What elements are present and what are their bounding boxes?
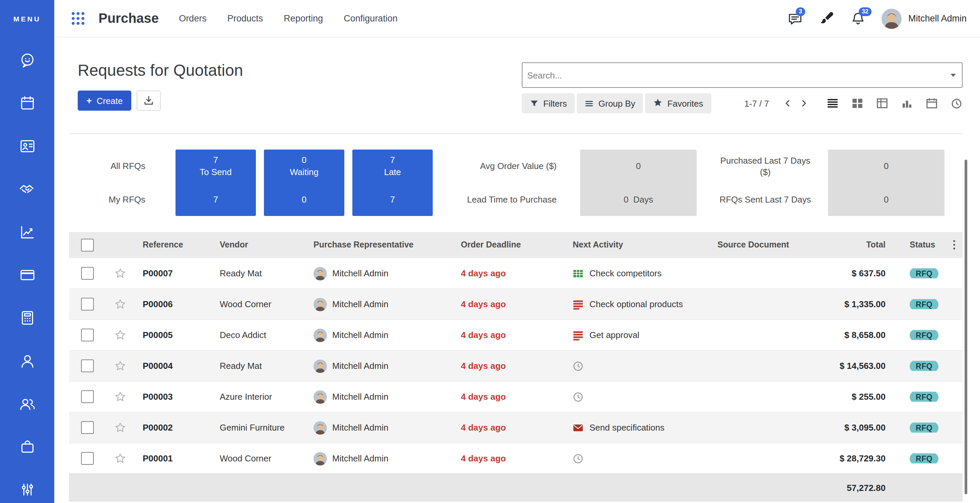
contacts-icon[interactable]	[18, 137, 36, 155]
sales-chart-icon[interactable]	[18, 224, 36, 241]
status-badge: RFQ	[910, 392, 939, 402]
view-kanban-icon[interactable]	[851, 97, 864, 109]
avatar	[313, 267, 327, 280]
notifications-badge: 32	[859, 7, 872, 16]
favorite-star-icon[interactable]	[106, 299, 134, 310]
tile-to-send[interactable]: 7 To Send 7	[175, 150, 256, 216]
favorites-button[interactable]: Favorites	[645, 93, 711, 113]
tile-late[interactable]: 7 Late 7	[352, 150, 433, 216]
row-checkbox[interactable]	[81, 359, 94, 372]
user-menu[interactable]: Mitchell Admin	[881, 8, 967, 29]
purchase-representative: Mitchell Admin	[305, 267, 452, 280]
messages-icon[interactable]: 3	[787, 10, 803, 27]
row-checkbox[interactable]	[81, 329, 94, 342]
table-row[interactable]: P00007 Ready Mat Mitchell Admin 4 days a…	[69, 257, 963, 288]
table-row[interactable]: P00004 Ready Mat Mitchell Admin 4 days a…	[69, 350, 963, 381]
group-by-button[interactable]: Group By	[577, 93, 643, 113]
column-next-activity[interactable]: Next Activity	[564, 240, 709, 249]
calculator-icon[interactable]	[18, 309, 36, 327]
next-activity[interactable]: Check optional products	[564, 299, 709, 310]
view-graph-icon[interactable]	[901, 97, 913, 109]
column-status[interactable]: Status	[902, 240, 946, 249]
control-panel-divider	[69, 134, 963, 134]
export-button[interactable]	[137, 91, 161, 111]
search-caret-icon[interactable]	[951, 73, 956, 77]
nav-configuration[interactable]: Configuration	[344, 13, 398, 24]
handshake-icon[interactable]	[18, 180, 36, 198]
view-calendar-icon[interactable]	[926, 97, 938, 109]
next-activity[interactable]	[564, 453, 709, 464]
clock-icon	[573, 391, 584, 402]
next-activity[interactable]: Check competitors	[564, 268, 709, 279]
favorite-star-icon[interactable]	[106, 422, 134, 433]
filters-button[interactable]: Filters	[522, 93, 575, 113]
favorite-star-icon[interactable]	[106, 391, 134, 402]
status-badge: RFQ	[910, 453, 939, 463]
order-deadline: 4 days ago	[452, 423, 564, 433]
row-checkbox[interactable]	[81, 452, 94, 465]
next-activity[interactable]: Get approval	[564, 330, 709, 340]
nav-orders[interactable]: Orders	[179, 13, 207, 24]
avatar	[881, 8, 902, 29]
avg-order-value-label: Avg Order Value ($)	[441, 150, 562, 183]
settings-sliders-icon[interactable]	[18, 481, 36, 498]
total-amount: $ 3,095.00	[822, 423, 902, 433]
column-reference[interactable]: Reference	[134, 240, 211, 249]
avatar	[313, 452, 327, 465]
column-options-icon[interactable]	[946, 240, 963, 250]
table-row[interactable]: P00003 Azure Interior Mitchell Admin 4 d…	[69, 381, 963, 412]
next-activity[interactable]	[564, 361, 709, 371]
favorite-star-icon[interactable]	[106, 268, 134, 279]
purchase-representative: Mitchell Admin	[305, 328, 452, 342]
column-vendor[interactable]: Vendor	[211, 240, 305, 249]
page-title: Requests for Quotation	[78, 61, 522, 80]
view-pivot-icon[interactable]	[876, 97, 888, 109]
user-name: Mitchell Admin	[908, 13, 967, 24]
calendar-icon[interactable]	[18, 94, 36, 112]
nav-products[interactable]: Products	[228, 13, 263, 24]
column-total[interactable]: Total	[822, 240, 902, 249]
app-title[interactable]: Purchase	[99, 11, 159, 26]
vertical-scrollbar[interactable]	[965, 160, 967, 494]
column-order-deadline[interactable]: Order Deadline	[452, 240, 564, 249]
next-activity[interactable]	[564, 391, 709, 402]
vendor-name: Wood Corner	[211, 299, 305, 309]
row-checkbox[interactable]	[81, 421, 94, 434]
column-purchase-representative[interactable]: Purchase Representative	[305, 240, 452, 249]
favorite-star-icon[interactable]	[106, 360, 134, 372]
apps-grid-icon[interactable]	[70, 10, 86, 27]
table-row[interactable]: P00001 Wood Corner Mitchell Admin 4 days…	[69, 442, 963, 474]
pager-previous-button[interactable]	[780, 95, 796, 111]
notifications-bell-icon[interactable]: 32	[850, 10, 866, 27]
row-checkbox[interactable]	[81, 390, 94, 403]
table-row[interactable]: P00002 Gemini Furniture Mitchell Admin 4…	[69, 412, 963, 442]
view-list-icon[interactable]	[827, 97, 838, 109]
view-activity-icon[interactable]	[951, 97, 963, 109]
control-panel: Requests for Quotation + Create	[54, 38, 980, 134]
select-all-checkbox[interactable]	[81, 238, 94, 251]
nav-reporting[interactable]: Reporting	[284, 13, 323, 24]
create-button[interactable]: + Create	[78, 91, 131, 111]
next-activity[interactable]: Send specifications	[564, 422, 709, 433]
column-source-document[interactable]: Source Document	[709, 240, 822, 249]
discuss-icon[interactable]	[18, 52, 36, 69]
rfq-reference: P00004	[134, 361, 211, 371]
menu-label[interactable]: MENU	[13, 0, 41, 38]
table-row[interactable]: P00005 Deco Addict Mitchell Admin 4 days…	[69, 319, 963, 350]
vendor-name: Wood Corner	[211, 453, 305, 463]
user-icon[interactable]	[18, 352, 36, 369]
brush-icon[interactable]	[819, 10, 835, 27]
pager-next-button[interactable]	[796, 95, 812, 111]
search-input[interactable]	[527, 70, 951, 80]
filter-my-rfqs[interactable]: My RFQs	[54, 183, 175, 216]
favorite-star-icon[interactable]	[106, 329, 134, 341]
members-icon[interactable]	[18, 395, 36, 412]
row-checkbox[interactable]	[81, 298, 94, 310]
filter-all-rfqs[interactable]: All RFQs	[54, 150, 175, 183]
favorite-star-icon[interactable]	[106, 453, 134, 464]
billing-card-icon[interactable]	[18, 266, 36, 284]
purchase-bag-icon[interactable]	[18, 438, 36, 455]
tile-waiting[interactable]: 0 Waiting 0	[264, 150, 344, 216]
row-checkbox[interactable]	[81, 267, 94, 279]
table-row[interactable]: P00006 Wood Corner Mitchell Admin 4 days…	[69, 288, 963, 319]
